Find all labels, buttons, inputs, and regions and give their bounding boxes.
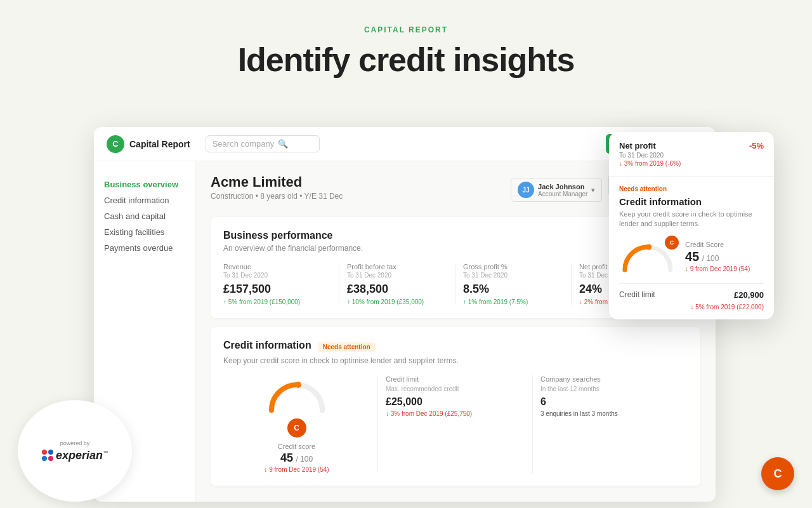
credit-limit-value: £25,000 [386, 396, 525, 408]
svg-point-0 [295, 382, 301, 388]
phone-net-profit-section: Net profit To 31 Dec 2020 -5% ↓ 3% from … [609, 132, 774, 177]
search-box[interactable]: Search company 🔍 [206, 135, 320, 152]
search-icon: 🔍 [278, 139, 288, 149]
metric-change-text-pbt: ↑ 10% from 2019 (£35,000) [347, 298, 424, 305]
chevron-down-icon: ▾ [591, 186, 595, 194]
net-profit-value: -5% [749, 141, 764, 150]
dot-blue [48, 450, 53, 455]
svg-point-1 [646, 244, 652, 250]
phone-needs-attention-badge: Needs attention [619, 185, 764, 192]
metric-profit-before-tax: Profit before tax To 31 Dec 2020 £38,500… [339, 263, 455, 305]
metric-label-gp: Gross profit % [463, 263, 563, 271]
sidebar-item-existing-facilities[interactable]: Existing facilities [104, 224, 185, 240]
credit-score-avatar: C [287, 418, 306, 438]
company-searches-sublabel: In the last 12 months [540, 385, 680, 392]
phone-credit-limit-row: Credit limit £20,900 [619, 290, 764, 300]
credit-limit-change: ↓ 3% from Dec 2019 (£25,750) [386, 410, 525, 417]
credit-score-metric: C Credit score 45 / 100 ↓ 9 from Dec 201… [223, 375, 378, 473]
phone-gauge-wrap: C [619, 238, 676, 276]
metric-period-gp: To 31 Dec 2020 [463, 272, 563, 279]
credit-score-change: ↓ 9 from Dec 2019 (54) [223, 466, 370, 473]
needs-attention-badge: Needs attention [318, 342, 376, 352]
gauge-svg [265, 375, 329, 413]
credit-score-label: Credit score [278, 443, 315, 450]
credit-header: Credit information Needs attention [223, 340, 688, 354]
credit-limit-label: Credit limit [386, 375, 525, 383]
metric-change-text-gp: ↑ 1% from 2019 (7.5%) [463, 298, 528, 305]
sidebar-item-payments-overdue[interactable]: Payments overdue [104, 240, 185, 256]
credit-info-subtitle: Keep your credit score in check to optim… [223, 356, 688, 365]
search-placeholder: Search company [213, 139, 275, 149]
net-profit-change: ↓ 3% from 2019 (-6%) [619, 160, 764, 167]
phone-score-max: 100 [706, 254, 719, 263]
phone-credit-limit-change: ↓ 5% from 2019 (£22,000) [619, 304, 764, 311]
metric-change-gp: ↑ 1% from 2019 (7.5%) [463, 298, 563, 305]
sidebar-item-credit-information[interactable]: Credit information [104, 192, 185, 208]
account-manager-avatar: JJ [518, 182, 534, 198]
metric-label-pbt: Profit before tax [347, 263, 447, 271]
hero-section: CAPITAL REPORT Identify credit insights [0, 0, 812, 98]
credit-score-max: 100 [300, 455, 313, 464]
experian-dots [42, 450, 53, 461]
hero-title: Identify credit insights [0, 41, 812, 79]
account-manager-role: Account Manager [538, 190, 587, 197]
phone-divider [619, 283, 764, 284]
company-searches-metric: Company searches In the last 12 months 6… [533, 375, 688, 473]
metric-change-pbt: ↑ 10% from 2019 (£35,000) [347, 298, 447, 305]
net-profit-change-text: ↓ 3% from 2019 (-6%) [619, 160, 681, 167]
company-searches-value: 6 [540, 396, 680, 408]
powered-by-text: powered by [60, 440, 90, 446]
bottom-right-avatar: C [761, 457, 794, 490]
credit-limit-sublabel: Max. recommended credit [386, 385, 525, 392]
experian-bubble: powered by experian™ [18, 400, 132, 502]
metric-period-pbt: To 31 Dec 2020 [347, 272, 447, 279]
credit-information-card: Credit information Needs attention Keep … [211, 327, 700, 486]
metric-period-revenue: To 31 Dec 2020 [223, 272, 331, 279]
net-profit-period: To 31 Dec 2020 [619, 152, 664, 159]
net-profit-header: Net profit To 31 Dec 2020 -5% [619, 141, 764, 159]
credit-score-num: 45 [280, 451, 293, 464]
phone-credit-limit-label: Credit limit [619, 290, 655, 299]
sidebar-item-cash-capital[interactable]: Cash and capital [104, 208, 185, 224]
credit-metrics: C Credit score 45 / 100 ↓ 9 from Dec 201… [223, 375, 688, 473]
metric-value-revenue: £157,500 [223, 283, 331, 296]
dot-blue2 [42, 456, 47, 461]
phone-score-label: Credit Score [685, 241, 764, 248]
net-profit-label: Net profit [619, 141, 664, 150]
phone-overlay-card: Net profit To 31 Dec 2020 -5% ↓ 3% from … [609, 132, 774, 319]
hero-label: CAPITAL REPORT [0, 25, 812, 34]
metric-change-revenue: ↑ 5% from 2019 (£150,000) [223, 298, 331, 305]
experian-text: experian™ [56, 449, 108, 462]
dot-red [42, 450, 47, 455]
metric-revenue: Revenue To 31 Dec 2020 £157,500 ↑ 5% fro… [223, 263, 339, 305]
phone-credit-limit-value: £20,900 [734, 290, 764, 300]
phone-avatar-c: C [665, 236, 679, 250]
phone-score-change: ↓ 9 from Dec 2019 (54) [685, 265, 764, 272]
logo-text: Capital Report [129, 139, 190, 149]
experian-logo: experian™ [42, 449, 108, 462]
phone-credit-title: Credit information [619, 196, 764, 207]
metric-change-text-revenue: ↑ 5% from 2019 (£150,000) [223, 298, 300, 305]
phone-score-info: Credit Score 45 / 100 ↓ 9 from Dec 2019 … [685, 241, 764, 272]
gauge-score-label: Credit score [223, 440, 370, 451]
metric-value-pbt: £38,500 [347, 283, 447, 296]
phone-score-num: 45 [685, 250, 699, 264]
credit-score-value-display: 45 / 100 [223, 451, 370, 465]
dot-pink [48, 456, 53, 461]
metric-value-gp: 8.5% [463, 283, 563, 296]
metric-label-revenue: Revenue [223, 263, 331, 271]
company-searches-label: Company searches [540, 375, 680, 383]
credit-info-title: Credit information [223, 340, 311, 351]
phone-credit-subtitle: Keep your credit score in check to optim… [619, 210, 764, 229]
account-manager-name: Jack Johnson [538, 183, 587, 190]
account-manager-badge[interactable]: JJ Jack Johnson Account Manager ▾ [511, 178, 602, 202]
credit-limit-metric: Credit limit Max. recommended credit £25… [378, 375, 533, 473]
gauge-container [223, 375, 370, 413]
topbar-logo: C Capital Report [107, 135, 190, 153]
sidebar-item-business-overview[interactable]: Business overview [104, 177, 185, 192]
phone-credit-section: Needs attention Credit information Keep … [609, 177, 774, 319]
logo-icon: C [107, 135, 124, 153]
company-name: Acme Limited [211, 174, 343, 190]
company-searches-change: 3 enquiries in last 3 months [540, 410, 680, 417]
metric-gross-profit: Gross profit % To 31 Dec 2020 8.5% ↑ 1% … [455, 263, 572, 305]
